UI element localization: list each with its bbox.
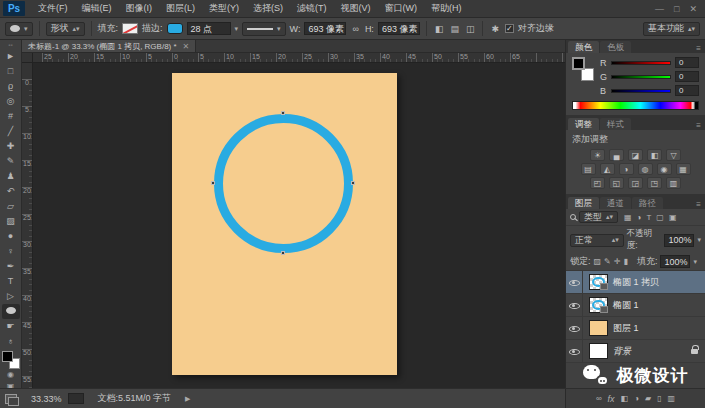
ellipse-shape[interactable] xyxy=(214,114,353,253)
color-swatches[interactable] xyxy=(572,57,594,81)
selective-color-icon[interactable]: ▥ xyxy=(666,177,681,189)
channel-value[interactable]: 0 xyxy=(675,57,699,68)
lock-all-icon[interactable]: ▮ xyxy=(623,257,627,266)
stroke-color-swatch[interactable] xyxy=(167,23,183,34)
eyedropper-tool[interactable]: ╱ xyxy=(2,124,20,139)
anchor-point-right[interactable] xyxy=(351,181,355,185)
blend-mode-select[interactable]: 正常▴▾ xyxy=(570,234,624,247)
maximize-button[interactable]: □ xyxy=(674,4,679,14)
tool-mode-select[interactable]: 形状▴▾ xyxy=(46,22,85,36)
posterize-icon[interactable]: ◱ xyxy=(609,177,624,189)
menu-item[interactable]: 窗口(W) xyxy=(378,0,425,17)
tab-styles[interactable]: 样式 xyxy=(600,118,631,130)
spot-healing-brush-tool[interactable]: ✚ xyxy=(2,139,20,154)
opacity-dropdown-icon[interactable]: ▾ xyxy=(697,236,701,244)
layer-style-icon[interactable]: fx xyxy=(608,394,615,404)
fill-dropdown-icon[interactable]: ▾ xyxy=(693,258,697,266)
gradient-tool[interactable]: ▨ xyxy=(2,214,20,229)
type-tool[interactable]: T xyxy=(2,274,20,289)
anchor-point-bottom[interactable] xyxy=(281,251,285,255)
layer-row[interactable]: 椭圆 1 xyxy=(566,294,705,317)
panel-menu-icon[interactable]: ≡ xyxy=(696,44,705,53)
channel-slider[interactable] xyxy=(611,75,671,79)
visibility-toggle[interactable] xyxy=(566,340,583,362)
new-layer-icon[interactable]: ▯ xyxy=(657,394,661,403)
canvas[interactable] xyxy=(172,73,397,375)
blur-tool[interactable]: ● xyxy=(2,229,20,244)
path-alignment-icon[interactable]: ▤ xyxy=(448,24,461,34)
visibility-toggle[interactable] xyxy=(566,317,583,339)
clone-stamp-tool[interactable]: ♟ xyxy=(2,169,20,184)
tab-adjustments[interactable]: 调整 xyxy=(568,118,599,130)
menu-item[interactable]: 图像(I) xyxy=(119,0,160,17)
channel-value[interactable]: 0 xyxy=(675,71,699,82)
foreground-color-swatch[interactable] xyxy=(572,57,585,70)
tab-swatches[interactable]: 色板 xyxy=(600,41,631,53)
tab-color[interactable]: 颜色 xyxy=(568,41,599,53)
menu-item[interactable]: 选择(S) xyxy=(246,0,290,17)
workspace-switcher[interactable]: 基本功能▴▾ xyxy=(643,22,700,36)
document-tab[interactable]: 未标题-1 @ 33.3% (椭圆 1 拷贝, RGB/8) * ✕ xyxy=(22,40,196,52)
anchor-point-top[interactable] xyxy=(281,111,285,115)
eraser-tool[interactable]: ▱ xyxy=(2,199,20,214)
opacity-input[interactable]: 100% xyxy=(664,234,694,247)
lock-image-pixels-icon[interactable]: ✎ xyxy=(604,257,611,266)
new-group-icon[interactable]: ▰ xyxy=(645,394,651,403)
tab-channels[interactable]: 通道 xyxy=(600,197,631,209)
quick-mask-icon[interactable]: ◉ xyxy=(2,369,20,381)
levels-icon[interactable]: ▄ xyxy=(609,149,624,161)
quick-selection-tool[interactable]: ◎ xyxy=(2,94,20,109)
toolbar-color-swatches[interactable] xyxy=(2,351,20,369)
link-layers-icon[interactable]: ∞ xyxy=(596,394,602,403)
panel-menu-icon[interactable]: ≡ xyxy=(696,200,705,209)
menu-item[interactable]: 编辑(E) xyxy=(75,0,119,17)
move-tool[interactable]: ► xyxy=(2,49,20,64)
visibility-toggle[interactable] xyxy=(566,271,583,293)
brush-tool[interactable]: ✎ xyxy=(2,154,20,169)
layer-thumbnail[interactable] xyxy=(589,320,608,336)
gear-icon[interactable]: ✱ xyxy=(489,24,501,34)
stroke-width-dropdown-icon[interactable]: ▾ xyxy=(235,25,239,33)
panel-menu-icon[interactable]: ≡ xyxy=(696,121,705,130)
layer-row[interactable]: 图层 1 xyxy=(566,317,705,340)
screen-mode-icon[interactable] xyxy=(5,394,17,404)
visibility-toggle[interactable] xyxy=(566,294,583,316)
brightness-contrast-icon[interactable]: ☀ xyxy=(590,149,605,161)
crop-tool[interactable]: # xyxy=(2,109,20,124)
lock-position-icon[interactable]: ✛ xyxy=(614,257,621,266)
tab-layers[interactable]: 图层 xyxy=(568,197,599,209)
path-operations-icon[interactable]: ◧ xyxy=(433,24,446,34)
black-white-icon[interactable]: ◑ xyxy=(619,163,634,175)
add-layer-mask-icon[interactable]: ◧ xyxy=(621,394,629,403)
rectangular-marquee-tool[interactable]: □ xyxy=(2,64,20,79)
color-spectrum-bar[interactable] xyxy=(572,101,699,110)
gradient-map-icon[interactable]: ◳ xyxy=(647,177,662,189)
filter-adjustment-layers-icon[interactable]: ◑ xyxy=(636,213,643,222)
exposure-icon[interactable]: ◧ xyxy=(647,149,662,161)
align-edges-checkbox[interactable]: ✓ xyxy=(505,24,514,33)
status-expand-icon[interactable]: ▶ xyxy=(185,395,190,403)
zoom-tool[interactable]: ♁ xyxy=(2,334,20,349)
photo-filter-icon[interactable]: ◍ xyxy=(638,163,653,175)
pen-tool[interactable]: ✒ xyxy=(2,259,20,274)
fill-input[interactable]: 100% xyxy=(660,255,690,268)
shape-width-input[interactable]: 693 像素 xyxy=(304,22,346,35)
filter-shape-layers-icon[interactable]: ▢ xyxy=(655,213,665,222)
threshold-icon[interactable]: ◲ xyxy=(628,177,643,189)
lasso-tool[interactable]: ϱ xyxy=(2,79,20,94)
layer-thumbnail[interactable] xyxy=(589,274,608,290)
tab-paths[interactable]: 路径 xyxy=(632,197,663,209)
zoom-level[interactable]: 33.33% xyxy=(23,394,68,404)
channel-value[interactable]: 0 xyxy=(675,85,699,96)
anchor-point-left[interactable] xyxy=(211,181,215,185)
shape-height-input[interactable]: 693 像素 xyxy=(378,22,420,35)
vibrance-icon[interactable]: ▽ xyxy=(666,149,681,161)
channel-slider[interactable] xyxy=(611,89,671,93)
curves-icon[interactable]: ◪ xyxy=(628,149,643,161)
stroke-type-select[interactable]: ▾ xyxy=(242,22,286,36)
menu-item[interactable]: 类型(Y) xyxy=(202,0,246,17)
layer-thumbnail[interactable] xyxy=(589,343,608,359)
menu-item[interactable]: 图层(L) xyxy=(159,0,202,17)
layer-row[interactable]: 背景 xyxy=(566,340,705,363)
history-brush-tool[interactable]: ↶ xyxy=(2,184,20,199)
